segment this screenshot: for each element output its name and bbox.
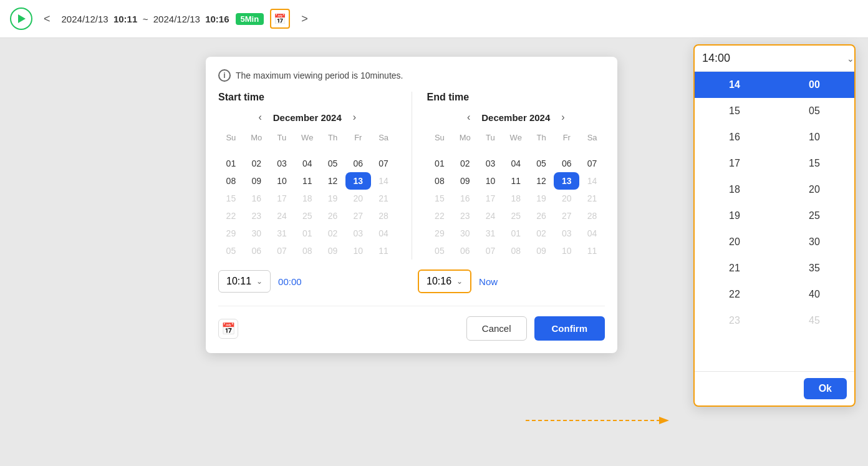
date-picker-dialog: i The maximum viewing period is 10minute… xyxy=(206,57,617,353)
top-bar: < 2024/12/13 10:11 ~ 2024/12/13 10:16 5M… xyxy=(0,0,868,38)
confirm-button[interactable]: Confirm xyxy=(534,316,605,341)
end-week-4: 15 16 17 18 19 20 21 xyxy=(427,190,605,207)
end-time-dropdown[interactable]: 10:16 ⌄ xyxy=(418,269,471,293)
end-week-6: 29 30 31 01 02 03 04 xyxy=(427,225,605,242)
time-picker-lists: 14 15 16 17 18 19 20 21 22 23 00 05 10 1… xyxy=(695,72,854,371)
start-calendar-nav: ‹ December 2024 › xyxy=(218,110,397,124)
minute-item-30[interactable]: 30 xyxy=(774,229,854,255)
nav-next-button[interactable]: > xyxy=(296,10,313,28)
hour-item-20[interactable]: 20 xyxy=(695,229,774,255)
start-day-headers: Su Mo Tu We Th Fr Sa xyxy=(218,130,397,145)
start-day[interactable] xyxy=(218,147,244,155)
start-label: Start time xyxy=(218,92,397,103)
start-day[interactable] xyxy=(269,147,295,155)
nav-prev-button[interactable]: < xyxy=(39,10,55,28)
start-next-month[interactable]: › xyxy=(349,110,360,124)
minute-item-40[interactable]: 40 xyxy=(774,281,854,308)
arrow-connector xyxy=(526,411,675,430)
minute-item-10[interactable]: 10 xyxy=(774,124,854,150)
end-week-1 xyxy=(427,147,605,155)
time-inputs-row: 10:11 ⌄ 00:00 10:16 ⌄ Now xyxy=(218,269,605,293)
time-picker-dropdown-arrow[interactable]: ⌄ xyxy=(847,54,854,64)
end-time-arrow: ⌄ xyxy=(456,277,463,286)
hour-item-23[interactable]: 23 xyxy=(695,308,774,334)
play-button[interactable] xyxy=(10,7,32,30)
start-week-5: 22 23 24 25 26 27 28 xyxy=(218,207,397,225)
hours-list: 14 15 16 17 18 19 20 21 22 23 xyxy=(695,72,774,371)
end-week-7: 05 06 07 08 09 10 11 xyxy=(427,242,605,260)
hour-item-18[interactable]: 18 xyxy=(695,177,774,203)
end-day-headers: Su Mo Tu We Th Fr Sa xyxy=(427,130,605,145)
start-calendar-grid: Su Mo Tu We Th Fr Sa xyxy=(218,130,397,260)
start-day[interactable] xyxy=(320,147,345,155)
time-picker-input-row: ⌄ xyxy=(695,46,854,72)
start-week-6: 29 30 31 01 02 03 04 xyxy=(218,225,397,242)
start-week-7: 05 06 07 08 09 10 11 xyxy=(218,242,397,260)
dialog-footer: 📅 Cancel Confirm xyxy=(218,306,605,341)
cancel-button[interactable]: Cancel xyxy=(466,316,527,341)
start-day[interactable] xyxy=(371,147,397,155)
time-range-display: 2024/12/13 10:11 ~ 2024/12/13 10:16 xyxy=(62,14,229,24)
minutes-list: 00 05 10 15 20 25 30 35 40 45 xyxy=(774,72,854,371)
start-day[interactable] xyxy=(244,147,269,155)
hour-item-14[interactable]: 14 xyxy=(695,72,774,98)
hour-item-15[interactable]: 15 xyxy=(695,98,774,124)
duration-display: 00:00 xyxy=(278,276,302,287)
hour-item-22[interactable]: 22 xyxy=(695,281,774,308)
minute-item-00[interactable]: 00 xyxy=(774,72,854,98)
start-month: December 2024 xyxy=(273,112,342,123)
calendars-row: Start time ‹ December 2024 › Su Mo Tu We… xyxy=(218,92,605,260)
minute-item-45[interactable]: 45 xyxy=(774,308,854,334)
footer-actions: Cancel Confirm xyxy=(466,316,605,341)
end-time-section: 10:16 ⌄ Now xyxy=(418,269,605,293)
end-prev-month[interactable]: ‹ xyxy=(463,110,474,124)
end-time-value: 10:16 xyxy=(427,276,451,287)
main-content: i The maximum viewing period is 10minute… xyxy=(0,38,868,466)
info-icon: i xyxy=(218,69,231,82)
time-picker-footer: Ok xyxy=(695,371,854,405)
end-week-2: 01 02 03 04 05 06 07 xyxy=(427,155,605,172)
start-day[interactable] xyxy=(294,147,320,155)
end-calendar-nav: ‹ December 2024 › xyxy=(427,110,605,124)
info-bar: i The maximum viewing period is 10minute… xyxy=(218,69,605,82)
start-date: 2024/12/13 xyxy=(62,14,109,24)
start-time: 10:11 xyxy=(113,14,137,24)
minute-item-05[interactable]: 05 xyxy=(774,98,854,124)
start-time-dropdown[interactable]: 10:11 ⌄ xyxy=(218,270,271,293)
start-time-arrow: ⌄ xyxy=(256,277,263,286)
hour-item-21[interactable]: 21 xyxy=(695,255,774,281)
hour-item-17[interactable]: 17 xyxy=(695,150,774,177)
time-picker-input[interactable] xyxy=(702,52,847,65)
start-week-2: 01 02 03 04 05 06 07 xyxy=(218,155,397,172)
minute-item-35[interactable]: 35 xyxy=(774,255,854,281)
now-button[interactable]: Now xyxy=(479,276,498,287)
end-month: December 2024 xyxy=(481,112,550,123)
info-text: The maximum viewing period is 10minutes. xyxy=(236,70,403,80)
start-time-value: 10:11 xyxy=(226,276,251,287)
start-prev-month[interactable]: ‹ xyxy=(254,110,265,124)
footer-calendar-icon[interactable]: 📅 xyxy=(218,319,238,339)
end-week-3: 08 09 10 11 12 13 14 xyxy=(427,172,605,190)
start-time-section: 10:11 ⌄ 00:00 xyxy=(218,269,405,293)
ok-button[interactable]: Ok xyxy=(804,378,847,399)
end-next-month[interactable]: › xyxy=(557,110,568,124)
end-label: End time xyxy=(427,92,605,103)
separator: ~ xyxy=(143,14,148,24)
end-week-5: 22 23 24 25 26 27 28 xyxy=(427,207,605,225)
start-calendar-section: Start time ‹ December 2024 › Su Mo Tu We… xyxy=(218,92,397,260)
start-day[interactable] xyxy=(345,147,371,155)
start-week-4: 15 16 17 18 19 20 21 xyxy=(218,190,397,207)
duration-badge: 5Min xyxy=(236,13,264,25)
time-picker-popup: ⌄ 14 15 16 17 18 19 20 21 22 23 00 05 10 xyxy=(693,44,856,407)
minute-item-25[interactable]: 25 xyxy=(774,203,854,229)
minute-item-15[interactable]: 15 xyxy=(774,150,854,177)
end-time: 10:16 xyxy=(205,14,229,24)
start-week-3: 08 09 10 11 12 13 14 xyxy=(218,172,397,190)
hour-item-16[interactable]: 16 xyxy=(695,124,774,150)
end-calendar-section: End time ‹ December 2024 › Su Mo Tu We T… xyxy=(427,92,605,260)
end-calendar-grid: Su Mo Tu We Th Fr Sa xyxy=(427,130,605,260)
calendar-icon-button[interactable]: 📅 xyxy=(270,9,290,29)
start-week-1 xyxy=(218,147,397,155)
minute-item-20[interactable]: 20 xyxy=(774,177,854,203)
hour-item-19[interactable]: 19 xyxy=(695,203,774,229)
